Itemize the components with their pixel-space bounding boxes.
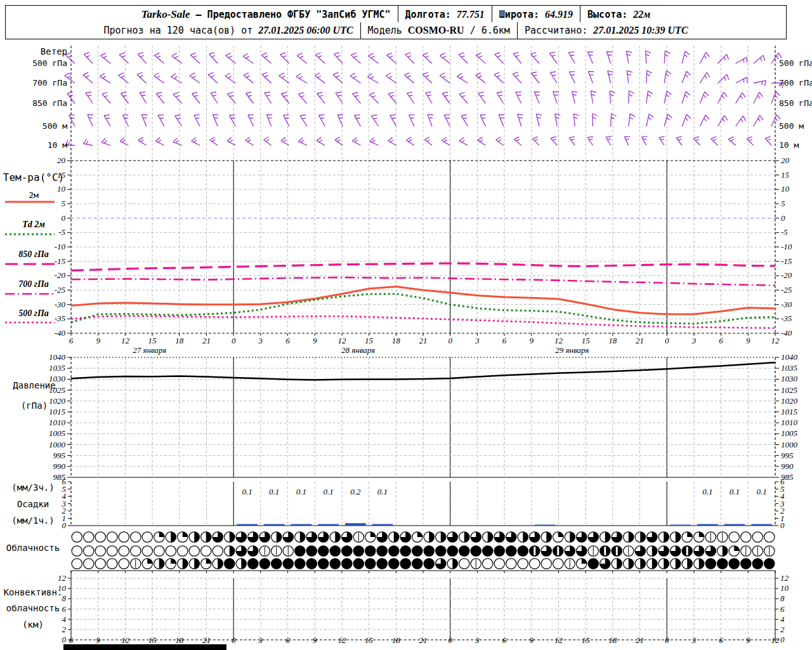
cloud-okta-fill [464, 532, 469, 542]
wind-barb [154, 53, 164, 63]
convective-label-3: (км) [0, 620, 66, 629]
wind-barb [754, 116, 763, 126]
wind-barb [440, 53, 450, 63]
wind-barb [426, 92, 432, 103]
precip-value-label: 0.1 [269, 487, 279, 496]
precip-value-label: 0.1 [730, 487, 740, 496]
cloud-okta-symbol [84, 559, 94, 569]
precip-value-label: 0.1 [377, 487, 388, 496]
hour-label: 15 [365, 336, 374, 345]
cloud-okta-fill [171, 559, 176, 564]
wind-barb [352, 138, 360, 146]
wind-barb [588, 71, 594, 83]
pressure-ytick-right: 1025 [781, 385, 798, 395]
wind-panel-title: Ветер [0, 47, 67, 56]
cloud-okta-symbol [201, 546, 211, 556]
wind-barb [351, 53, 360, 63]
convective-ytick-right: 10 [780, 583, 789, 593]
wind-barb [568, 52, 575, 63]
cloud-okta-fill [629, 532, 634, 542]
wind-barb [459, 138, 468, 145]
wind-barb [244, 73, 254, 84]
legend-t700-label: 700 гПа [1, 280, 66, 289]
wind-barb [190, 53, 200, 63]
hour-label: 9 [530, 336, 534, 345]
bottom-hour-label: 0 [232, 635, 236, 645]
bottom-hour-label: 21 [419, 635, 428, 645]
precip-unit1h-label: (мм/1ч.) [0, 516, 66, 525]
wind-barb [459, 53, 468, 63]
cloud-okta-symbol [424, 559, 434, 569]
wind-barb [422, 53, 432, 63]
cloud-okta-symbol [518, 546, 528, 556]
wind-barb [513, 52, 521, 63]
cloud-okta-symbol [447, 546, 457, 556]
cloud-okta-symbol [741, 532, 751, 542]
cloud-okta-symbol [95, 559, 105, 569]
wind-barb [386, 73, 396, 83]
cloud-okta-fill [699, 532, 704, 537]
cloud-okta-symbol [72, 532, 82, 542]
wind-barb [86, 92, 93, 103]
wind-barb [457, 74, 468, 84]
bottom-hour-label: 9 [530, 635, 534, 645]
wind-barb [700, 92, 709, 104]
meteogram-page: { "header": { "station": "Tarko-Sale", "… [0, 0, 812, 650]
pressure-ytick-right: 1000 [781, 440, 798, 449]
hour-label: 3 [258, 336, 263, 345]
cloud-okta-fill [652, 546, 657, 556]
wind-barb [478, 137, 486, 145]
wind-level-500hpa-left: 500 гПа [0, 59, 67, 67]
hour-label: 12 [554, 336, 563, 345]
header-dash: – [196, 9, 202, 20]
wind-barb [572, 91, 578, 103]
convective-label-2: облачность [0, 604, 66, 613]
cloud-okta-symbol [436, 546, 446, 556]
bottom-hour-label: 3 [475, 635, 480, 645]
wind-barb [248, 115, 254, 126]
cloud-okta-fill [676, 559, 681, 569]
header-run-bar: Прогноз на 120 часа(ов) от 27.01.2025 06… [5, 22, 787, 39]
hour-label: 3 [475, 336, 480, 345]
bottom-hour-label: 21 [202, 635, 211, 645]
cloud-okta-symbol [764, 559, 775, 569]
cloud-okta-fill [277, 532, 282, 542]
cloud-okta-fill [183, 532, 188, 537]
cloud-okta-fill [546, 532, 551, 542]
wind-barb [315, 73, 325, 83]
bottom-black-bar [63, 644, 226, 650]
cloud-okta-fill [429, 532, 434, 542]
wind-barb [190, 73, 200, 83]
cloud-okta-symbol [365, 559, 376, 569]
wind-barb [388, 138, 396, 146]
cloud-okta-fill [159, 559, 164, 569]
cloud-okta-symbol [142, 546, 152, 556]
pressure-ytick-right: 1005 [781, 428, 798, 438]
bottom-hour-label: 18 [608, 635, 617, 645]
bottom-hour-label: 15 [365, 635, 374, 645]
hour-label: 21 [419, 336, 428, 345]
wind-barb [593, 114, 598, 126]
precip-value-label: 0.1 [757, 487, 767, 496]
cloud-okta-symbol [131, 532, 141, 542]
cloud-okta-symbol [142, 532, 152, 542]
date-label: 27 января [133, 345, 166, 355]
precip-bar [345, 523, 366, 526]
wind-level-500m-left: 500 м [0, 122, 67, 130]
wind-barb [536, 114, 542, 126]
precip-bar [291, 524, 312, 526]
cloud-okta-symbol [717, 559, 728, 569]
wind-barb [298, 93, 307, 103]
precip-value-label: 0.1 [242, 487, 252, 496]
temp-ytick-left: 5 [62, 199, 66, 208]
cloud-okta-symbol [412, 559, 422, 569]
cloud-okta-symbol [95, 546, 105, 556]
cloud-okta-symbol [225, 559, 235, 569]
bottom-hour-label: 18 [175, 635, 184, 645]
cloud-okta-symbol [119, 546, 129, 556]
cloudiness-label: Облачность [0, 543, 66, 552]
longitude-label: Долгота: [405, 9, 451, 20]
wind-barb [440, 73, 450, 83]
bottom-hour-label: 6 [719, 635, 723, 645]
wind-barb [641, 136, 647, 145]
